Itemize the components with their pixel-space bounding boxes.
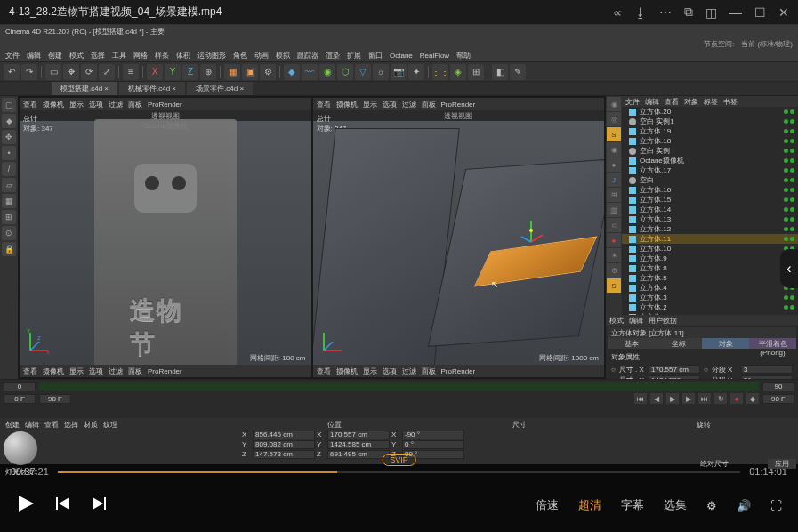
- file-tab[interactable]: 机械零件.c4d ×: [119, 82, 185, 95]
- viewport-menu-item[interactable]: 显示: [363, 100, 377, 109]
- attr-tab[interactable]: 坐标: [655, 338, 702, 349]
- x-axis-icon[interactable]: X: [147, 64, 163, 80]
- outliner-row[interactable]: 立方体.17: [622, 165, 798, 175]
- viewport-menu-item[interactable]: 显示: [69, 100, 84, 109]
- outliner-row[interactable]: 立方体.19: [622, 126, 798, 136]
- material-preview-icon[interactable]: [4, 431, 37, 465]
- tag-icon[interactable]: ◧: [492, 64, 508, 80]
- progress-track[interactable]: [58, 471, 740, 473]
- viewport-menu-item[interactable]: 摄像机: [43, 100, 64, 109]
- render-settings-icon[interactable]: ⚙: [260, 64, 276, 80]
- menu-item[interactable]: 样条: [155, 51, 169, 60]
- camera-icon[interactable]: 📷: [391, 64, 407, 80]
- material-tab[interactable]: 编辑: [25, 420, 39, 430]
- viewport-menu-item[interactable]: 选项: [89, 367, 103, 376]
- outliner-row[interactable]: 立方体.2: [622, 302, 798, 312]
- timeline-start-input[interactable]: [4, 382, 36, 391]
- octane-j-icon[interactable]: J: [607, 173, 621, 187]
- coord-input[interactable]: [253, 440, 315, 449]
- outliner-tab[interactable]: 文件: [625, 97, 640, 107]
- texture-mode-icon[interactable]: ▦: [2, 194, 16, 208]
- maximize-icon[interactable]: ☐: [754, 5, 766, 20]
- menu-item[interactable]: 帮助: [456, 51, 471, 60]
- outliner-tab[interactable]: 对象: [684, 97, 698, 107]
- viewport-menu-item[interactable]: ProRender: [148, 367, 182, 375]
- viewport-menu-item[interactable]: 选项: [383, 100, 397, 109]
- quality-button[interactable]: 超清: [578, 497, 601, 513]
- transform-gizmo-icon[interactable]: [518, 217, 544, 244]
- mograph-icon[interactable]: ⋮⋮: [432, 64, 448, 80]
- c4d-file-tabs[interactable]: 模型搭建.c4d ×机械零件.c4d ×场景零件.c4d ×: [0, 82, 798, 96]
- coord-input[interactable]: [327, 431, 390, 439]
- menu-item[interactable]: 角色: [233, 51, 247, 60]
- attr-mode-tab[interactable]: 编辑: [629, 316, 643, 326]
- viewport-menu-item[interactable]: 查看: [23, 100, 37, 109]
- menu-item[interactable]: 渲染: [326, 51, 340, 60]
- material-panel[interactable]: 创建编辑查看选择材质纹理 灯光材质1: [0, 418, 240, 464]
- menu-item[interactable]: 体积: [176, 51, 190, 60]
- deformer-icon[interactable]: ▽: [355, 64, 371, 80]
- menu-item[interactable]: RealFlow: [420, 52, 449, 60]
- octane-grid-icon[interactable]: ⊞: [607, 188, 621, 202]
- material-tab[interactable]: 选择: [64, 420, 78, 430]
- outliner-row[interactable]: 空白 实例: [622, 146, 798, 156]
- menu-item[interactable]: 扩展: [347, 51, 361, 60]
- outliner-row[interactable]: 立方体.20: [622, 107, 798, 117]
- attr-mode-tab[interactable]: 模式: [609, 316, 624, 326]
- minimize-icon[interactable]: —: [729, 5, 742, 20]
- light-icon[interactable]: ✦: [408, 64, 424, 80]
- viewport-right[interactable]: 查看摄像机显示选项过滤面板ProRender 透视视图 总计 对象: 347 ↖…: [313, 98, 605, 377]
- viewport-menu-item[interactable]: 查看: [317, 100, 331, 109]
- frame-start-input[interactable]: [4, 394, 36, 404]
- octane-camera-icon[interactable]: ●: [607, 233, 621, 247]
- redo-icon[interactable]: ↷: [21, 64, 37, 80]
- menu-item[interactable]: 编辑: [27, 51, 41, 60]
- timeline-first-icon[interactable]: ⏮: [634, 393, 647, 404]
- apply-button[interactable]: 应用: [768, 459, 796, 469]
- timeline-prev-icon[interactable]: ◀: [650, 393, 663, 404]
- outliner-row[interactable]: 空白 实例1: [622, 117, 798, 126]
- prev-button[interactable]: [55, 496, 71, 515]
- material-tab[interactable]: 查看: [44, 420, 59, 430]
- file-tab[interactable]: 场景零件.c4d ×: [187, 82, 253, 95]
- material-tab[interactable]: 纹理: [103, 420, 117, 430]
- locked-icon[interactable]: 🔒: [2, 242, 16, 256]
- menu-item[interactable]: 跟踪器: [297, 51, 318, 60]
- octane-icon-column[interactable]: ◉ ◎ S ◉ ● J ⊞ ▥ ⊂ ● ☀ ⚙ S: [606, 96, 622, 315]
- octane-link-icon[interactable]: ⊂: [607, 218, 621, 232]
- viewport-menu-item[interactable]: 过滤: [109, 367, 123, 376]
- viewport-menu-item[interactable]: 过滤: [402, 100, 416, 109]
- outliner-tab[interactable]: 书签: [723, 97, 738, 107]
- edge-mode-icon[interactable]: /: [2, 162, 16, 176]
- attr-tab[interactable]: 基本: [608, 338, 655, 349]
- outliner-row[interactable]: 立方体.14: [622, 205, 798, 214]
- episodes-button[interactable]: 选集: [664, 497, 687, 513]
- workplane-icon[interactable]: ⊞: [2, 210, 16, 224]
- settings-icon[interactable]: ⚙: [706, 499, 717, 512]
- next-button[interactable]: [91, 496, 107, 515]
- coord-mode-label[interactable]: 绝对尺寸: [700, 459, 729, 469]
- z-axis-icon[interactable]: Z: [182, 64, 198, 80]
- timeline-last-icon[interactable]: ⏭: [698, 393, 711, 404]
- model-mode-icon[interactable]: ▢: [2, 98, 16, 112]
- outliner-row[interactable]: Octane摄像机: [622, 156, 798, 165]
- outliner-row[interactable]: 立方体.16: [622, 185, 798, 195]
- object-outliner[interactable]: 文件编辑查看对象标签书签 立方体.20空白 实例1立方体.19立方体.18空白 …: [622, 96, 798, 315]
- timeline-record-icon[interactable]: ●: [730, 393, 743, 404]
- speed-button[interactable]: 倍速: [536, 497, 559, 513]
- attr-tab[interactable]: 平滑着色(Phong): [749, 338, 796, 349]
- attr-tab[interactable]: 对象: [702, 338, 749, 349]
- coord-input[interactable]: [402, 440, 464, 449]
- outliner-tab[interactable]: 查看: [665, 97, 679, 107]
- viewport-menu-item[interactable]: 摄像机: [336, 100, 358, 109]
- viewport-menu-item[interactable]: 摄像机: [43, 367, 64, 376]
- menu-item[interactable]: 动画: [254, 51, 269, 60]
- outliner-row[interactable]: 立方体.8: [622, 263, 798, 273]
- octane-gear-icon[interactable]: ⚙: [607, 263, 621, 278]
- viewport-menu-item[interactable]: 面板: [422, 367, 436, 376]
- menu-item[interactable]: 模拟: [276, 51, 290, 60]
- menu-item[interactable]: 文件: [5, 51, 20, 60]
- coord-input[interactable]: [327, 450, 390, 459]
- octane-eye-icon[interactable]: ◉: [607, 142, 621, 157]
- attribute-mode-tabs[interactable]: 模式编辑用户数据: [606, 315, 798, 326]
